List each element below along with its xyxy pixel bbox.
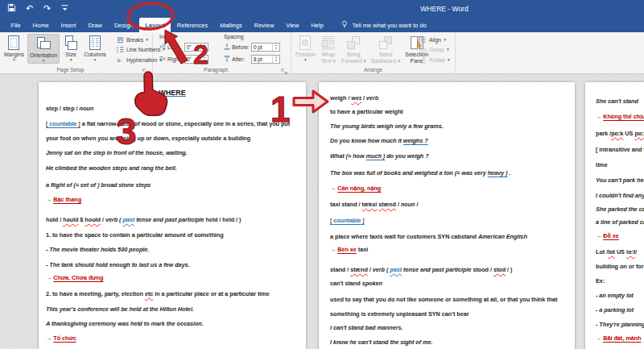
align-button[interactable]: Align▾ [419,35,454,45]
send-backward-button: SendBackward ▾ [369,34,402,64]
tell-me-label: Tell me what you want to do [352,22,427,29]
ribbon-tabs: FileHomeInsertDrawDesignLayoutReferences… [0,18,644,32]
rotate-button: Rotate▾ [419,55,454,65]
linenumbers-icon [117,46,124,53]
tab-view[interactable]: View [280,18,305,32]
wrap-text-button: WrapText ▾ [319,34,338,64]
text-line: - The tank should hold enough to last us… [46,261,190,268]
chevron-down-icon: ▾ [448,58,450,62]
text-line: A thanksgiving ceremony was held to mark… [46,320,204,327]
send-backward-label-2: Backward ▾ [371,58,400,64]
tab-file[interactable]: File [5,18,27,32]
before-spinner-row: Before:0 pt▴▾ [224,42,288,52]
tab-design[interactable]: Design [108,18,138,32]
left-spinner-row: Left:0"▴▾ [159,42,221,52]
group-arrange: Position▾WrapText ▾BringForward ▾SendBac… [291,32,456,73]
tab-draw[interactable]: Draw [82,18,109,32]
text-line: → Bến xe taxi [330,246,368,253]
text-line: → Bãi đất, mảnh [596,334,641,342]
rotate-icon [419,56,427,64]
left-value-box[interactable]: 0"▴▾ [184,43,208,52]
customize-quick-access-icon[interactable] [60,3,70,14]
document-page-3: She can't stand→ Không thể chịupark /pɑ:… [585,82,644,349]
text-line: 1. to have the space to contain a partic… [46,231,224,239]
undo-icon[interactable]: ↶ [24,3,35,14]
save-icon[interactable] [6,3,17,14]
spinner-arrows-icon[interactable]: ▴▾ [200,44,208,51]
breaks-button[interactable]: Breaks▾ [116,35,153,45]
tab-layout[interactable]: Layout [139,18,171,32]
tab-mailings[interactable]: Mailings [214,18,249,32]
lightbulb-icon [341,20,349,30]
document-canvas[interactable]: WHEREstep / step / noun[ countable ] a f… [0,74,644,349]
wrap-text-label: Wrap [322,52,336,58]
text-line: [ countable ] [330,217,365,224]
document-page-2: weigh / weɪ / verbto have a particular w… [319,82,575,349]
text-line: a flight of (= set of ) broad stone step… [46,181,151,189]
spinner-arrows-icon[interactable]: ▴▾ [200,56,208,63]
orientation-button[interactable]: Orientation▾ [27,34,60,64]
text-line: - an empty lot [596,292,634,299]
chevron-down-icon: ▾ [43,59,45,63]
text-line: - They're planning [596,321,644,328]
text-line: → Cân nặng, nặng [330,185,381,192]
text-line: to have a particular weight [330,108,403,115]
text-line: a place where taxis wait for customers S… [330,233,527,240]
text-line: → Chứa, Chứa đựng [46,274,103,281]
chevron-down-icon: ▾ [304,58,307,62]
tell-me-box[interactable]: Tell me what you want to do [341,18,427,32]
chevron-down-icon: ▾ [444,38,446,42]
spinner-arrows-icon[interactable]: ▴▾ [272,44,279,51]
size-button[interactable]: Size▾ [61,34,80,62]
group-label-arrange: Arrange [291,67,455,73]
align-icon [419,36,427,44]
hyphenation-button[interactable]: a-Hyphenation▾ [116,55,153,65]
tab-review[interactable]: Review [248,18,280,32]
text-line: The young birds weigh only a few grams. [330,123,444,130]
chevron-down-icon: ▾ [447,48,449,52]
text-line: used to say that you do not like someone… [330,296,557,303]
chevron-down-icon: ▾ [146,38,148,42]
text-line: taxi stand / tæksi stænd / noun / [330,201,419,208]
after-value-box[interactable]: 8 pt▴▾ [251,55,280,64]
before-value-box[interactable]: 0 pt▴▾ [251,43,280,52]
svg-text:a-: a- [117,57,122,63]
text-line: She parked the car. [596,206,644,213]
indent-header: Indent [159,34,221,39]
document-page-1: WHEREstep / step / noun[ countable ] a f… [39,82,306,349]
wrap-text-label-2: Text ▾ [321,58,336,64]
text-line: Jenny sat on the step in front of the ho… [46,149,188,156]
text-line: stand / stænd / verb ( past tense and pa… [330,266,512,273]
paragraph-dialog-launcher-icon[interactable] [281,64,288,72]
tab-references[interactable]: References [171,18,213,32]
redo-icon[interactable]: ↷ [42,3,52,14]
text-line: Ex: [596,277,605,285]
right-value-box[interactable]: 0"▴▾ [184,55,208,64]
tab-help[interactable]: Help [305,18,329,32]
text-line: your foot on when you are going up or do… [46,135,250,142]
tab-home[interactable]: Home [27,18,55,32]
text-line: What (= how much ) do you weigh ? [330,152,429,160]
columns-button[interactable]: Columns▾ [82,34,108,62]
text-line: - The movie theater holds 500 people. [46,246,149,253]
orientation-icon [35,35,52,52]
line-numbers-button[interactable]: Line Numbers▾ [116,45,153,56]
spinner-arrows-icon[interactable]: ▴▾ [272,56,279,63]
right-spinner-row: Right:0"▴▾ [159,54,221,64]
indent-left-icon [159,44,166,50]
title-bar: ↶ ↷ WHERE - Word [0,0,644,18]
text-line: → Bậc thang [46,196,81,203]
tab-insert[interactable]: Insert [55,18,82,32]
text-line: [ intransitive and transitive ] [596,146,644,153]
document-title: WHERE [39,89,306,97]
margins-button[interactable]: Margins▾ [2,34,26,62]
after-spinner-row: After:8 pt▴▾ [224,54,288,64]
bring-forward-label-2: Forward ▾ [341,58,366,64]
bringforward-icon [345,35,361,51]
text-line: The box was full of books and weighed a … [330,169,510,177]
page-setup-dialog-launcher-icon[interactable] [142,64,150,72]
text-line: a line of parked cars [596,218,644,226]
text-line: I know he can't stand the sight of me. [330,339,433,346]
chevron-down-icon: ▾ [94,58,97,62]
bring-forward-label: Bring [347,52,360,58]
